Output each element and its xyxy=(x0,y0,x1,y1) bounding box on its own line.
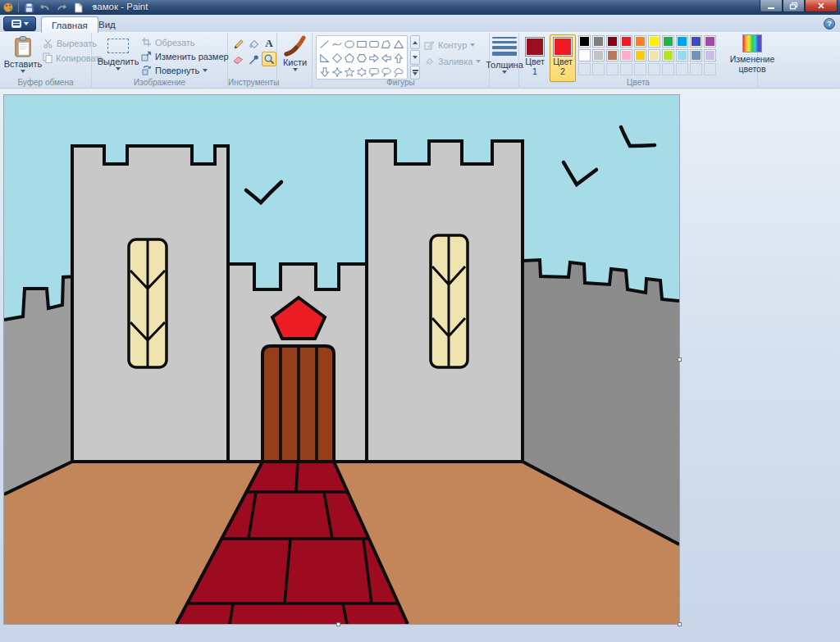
save-button[interactable] xyxy=(22,2,35,14)
paste-caret-icon xyxy=(21,70,25,73)
restore-button[interactable] xyxy=(783,0,805,12)
canvas-resize-handle-corner[interactable] xyxy=(678,622,682,626)
palette-color-cell[interactable] xyxy=(578,49,591,61)
fill-tool[interactable] xyxy=(246,36,261,51)
shape-right-triangle[interactable] xyxy=(318,51,331,65)
palette-color-cell[interactable] xyxy=(662,35,674,48)
shape-fill-button[interactable]: Заливка xyxy=(424,56,481,66)
cut-button[interactable]: Вырезать xyxy=(43,39,97,48)
rotate-button[interactable]: Повернуть xyxy=(141,65,208,75)
paint-bucket-icon xyxy=(248,38,259,49)
shape-pentagon[interactable] xyxy=(343,51,355,65)
brushes-button[interactable]: Кисти xyxy=(281,35,309,71)
shape-triangle[interactable] xyxy=(392,37,404,51)
undo-button[interactable] xyxy=(39,2,52,14)
edit-colors-button[interactable]: Изменение цветов xyxy=(726,34,778,74)
size-caret-icon xyxy=(502,71,507,74)
help-button[interactable]: ? xyxy=(824,18,835,30)
shape-arrow-left[interactable] xyxy=(380,51,392,65)
palette-empty-cell[interactable] xyxy=(578,63,591,75)
qat-divider xyxy=(18,2,19,12)
paint-canvas[interactable] xyxy=(4,95,679,624)
paste-button[interactable]: Вставить xyxy=(5,35,41,73)
shape-outline-button[interactable]: Контур xyxy=(424,39,475,50)
select-button[interactable]: Выделить xyxy=(98,35,138,71)
palette-color-cell[interactable] xyxy=(634,35,646,48)
shape-callout-cloud[interactable] xyxy=(392,65,404,79)
canvas-resize-handle-bottom[interactable] xyxy=(336,622,340,626)
shape-curve[interactable] xyxy=(331,37,343,51)
shape-callout-rounded[interactable] xyxy=(368,65,380,79)
shape-arrow-up[interactable] xyxy=(392,51,404,65)
file-menu-button[interactable] xyxy=(3,16,36,31)
shape-star-6[interactable] xyxy=(355,65,368,79)
shape-polygon[interactable] xyxy=(380,37,392,51)
palette-color-cell[interactable] xyxy=(690,35,702,48)
new-document-icon[interactable] xyxy=(71,2,84,14)
palette-color-cell[interactable] xyxy=(676,35,688,48)
palette-empty-cell[interactable] xyxy=(606,63,619,75)
shape-star-5[interactable] xyxy=(343,65,355,79)
shape-diamond[interactable] xyxy=(331,51,343,65)
shape-ellipse[interactable] xyxy=(343,37,355,51)
color1-button[interactable]: Цвет 1 xyxy=(522,34,548,82)
palette-color-cell[interactable] xyxy=(606,49,619,61)
window-controls xyxy=(760,0,838,12)
palette-color-cell[interactable] xyxy=(704,35,716,48)
palette-empty-cell[interactable] xyxy=(592,63,605,75)
color-picker-tool[interactable] xyxy=(246,52,261,66)
palette-empty-cell[interactable] xyxy=(676,63,688,75)
redo-button[interactable] xyxy=(55,2,68,14)
palette-color-cell[interactable] xyxy=(648,35,660,48)
ribbon: Вставить Вырезать Копировать Буфер обмен… xyxy=(0,33,840,89)
paint-logo-icon[interactable] xyxy=(2,2,15,14)
canvas-resize-handle-right[interactable] xyxy=(678,357,682,362)
palette-empty-cell[interactable] xyxy=(704,63,716,75)
palette-empty-cell[interactable] xyxy=(690,63,702,75)
palette-color-cell[interactable] xyxy=(620,49,632,61)
palette-color-cell[interactable] xyxy=(606,35,619,48)
palette-color-cell[interactable] xyxy=(578,35,591,48)
shape-star-4[interactable] xyxy=(331,65,343,79)
palette-color-cell[interactable] xyxy=(662,49,674,61)
palette-color-cell[interactable] xyxy=(592,35,605,48)
scissors-icon xyxy=(43,39,53,48)
palette-color-cell[interactable] xyxy=(648,49,660,61)
crop-button[interactable]: Обрезать xyxy=(141,37,195,48)
shape-arrow-right[interactable] xyxy=(368,51,380,65)
palette-empty-cell[interactable] xyxy=(620,63,632,75)
palette-color-cell[interactable] xyxy=(704,49,716,61)
tools-group-label: Инструменты xyxy=(228,78,276,87)
size-button[interactable]: Толщина xyxy=(491,37,518,74)
shape-arrow-down[interactable] xyxy=(318,65,331,79)
shape-hexagon[interactable] xyxy=(355,51,368,65)
palette-empty-cell[interactable] xyxy=(648,63,660,75)
eraser-tool[interactable] xyxy=(231,52,245,66)
palette-color-cell[interactable] xyxy=(676,49,688,61)
text-tool[interactable]: A xyxy=(262,36,276,51)
shapes-scroll-down[interactable] xyxy=(410,50,420,64)
group-colors: Цвет 1 Цвет 2 Изменение цветов Цвета xyxy=(519,33,758,89)
title-bar: замок - Paint xyxy=(0,0,840,15)
color2-button[interactable]: Цвет 2 xyxy=(550,34,576,82)
select-region-icon xyxy=(107,39,129,53)
shape-callout-oval[interactable] xyxy=(380,65,392,79)
shapes-scroll-up[interactable] xyxy=(410,35,420,49)
left-tower-window xyxy=(129,239,167,367)
palette-color-cell[interactable] xyxy=(620,35,632,48)
close-button[interactable] xyxy=(805,0,838,12)
palette-color-cell[interactable] xyxy=(690,49,702,61)
pencil-tool[interactable] xyxy=(231,36,245,51)
right-tower-window xyxy=(431,235,468,367)
palette-empty-cell[interactable] xyxy=(634,63,646,75)
palette-color-cell[interactable] xyxy=(634,49,646,61)
shape-rounded-rectangle[interactable] xyxy=(368,37,380,51)
magnifier-tool[interactable] xyxy=(262,52,276,66)
tab-view[interactable]: Вид xyxy=(89,16,126,33)
shape-rectangle[interactable] xyxy=(355,37,368,51)
minimize-button[interactable] xyxy=(760,0,783,12)
palette-color-cell[interactable] xyxy=(592,49,605,61)
shape-line[interactable] xyxy=(318,37,331,51)
palette-empty-cell[interactable] xyxy=(662,63,674,75)
resize-button[interactable]: Изменить размер xyxy=(141,51,229,61)
